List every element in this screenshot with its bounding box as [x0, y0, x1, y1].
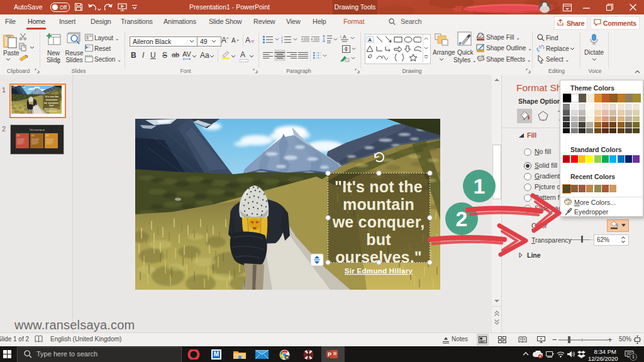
svg-text:A: A — [343, 34, 347, 40]
svg-text:c: c — [536, 47, 539, 51]
svg-text:A: A — [368, 37, 372, 43]
svg-text:P: P — [328, 351, 331, 358]
svg-text:↓: ↓ — [340, 34, 342, 38]
svg-text:b: b — [539, 45, 541, 49]
svg-text:3: 3 — [281, 41, 283, 43]
